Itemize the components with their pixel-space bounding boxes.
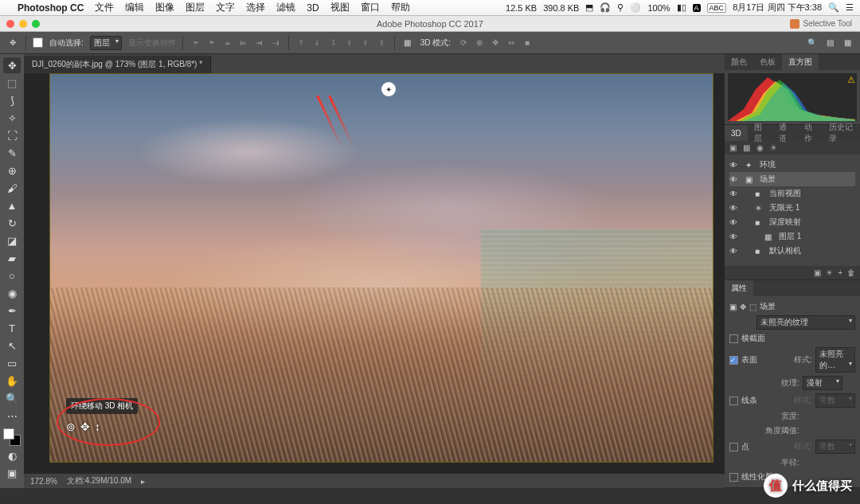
zoom-readout[interactable]: 172.8% — [30, 477, 57, 486]
tree-row-2[interactable]: 👁■当前视图 — [729, 186, 855, 201]
docsize-readout[interactable]: 文档:4.29M/10.0M — [67, 475, 131, 486]
crosssection-checkbox[interactable] — [729, 334, 738, 343]
color-swatch[interactable] — [3, 428, 21, 446]
headphones-icon[interactable]: 🎧 — [600, 2, 611, 13]
menu-3d[interactable]: 3D — [307, 2, 319, 14]
menu-view[interactable]: 视图 — [330, 1, 350, 14]
visibility-icon[interactable]: 👁 — [729, 204, 739, 213]
tree-row-3[interactable]: 👁☀无限光 1 — [729, 201, 855, 215]
blur-tool[interactable]: ○ — [3, 268, 21, 283]
align-right-icon[interactable]: ⫣ — [269, 37, 282, 49]
visibility-icon[interactable]: 👁 — [729, 232, 739, 241]
tab-channels[interactable]: 通道 — [772, 125, 797, 141]
move-tool-icon[interactable]: ✥ — [6, 37, 19, 49]
eraser-tool[interactable]: ◪ — [3, 232, 21, 248]
texture-dropdown[interactable]: 漫射 — [803, 376, 842, 390]
workspace-icon[interactable]: ▤ — [823, 37, 836, 49]
align-left-icon[interactable]: ⫢ — [237, 37, 250, 49]
dist-hcenter-icon[interactable]: ⫳ — [359, 37, 372, 49]
filter-material-icon[interactable]: ◉ — [756, 143, 764, 152]
spotlight-icon[interactable]: 🔍 — [828, 2, 839, 13]
menu-image[interactable]: 图像 — [155, 1, 174, 14]
document-tab[interactable]: DJI_0260的副本.jpg @ 173% (图层 1, RGB/8*) * — [24, 56, 211, 73]
lines-checkbox[interactable] — [729, 397, 738, 405]
menu-select[interactable]: 选择 — [246, 1, 265, 14]
pan-icon[interactable]: ✥ — [489, 37, 502, 49]
menu-layer[interactable]: 图层 — [186, 1, 205, 14]
points-checkbox[interactable] — [729, 443, 738, 451]
align-bottom-icon[interactable]: ⫨ — [221, 37, 234, 49]
maximize-button[interactable] — [32, 20, 40, 28]
tab-properties[interactable]: 属性 — [725, 280, 753, 296]
trash-icon[interactable]: 🗑 — [847, 268, 855, 277]
align-hcenter-icon[interactable]: ⫤ — [253, 37, 266, 49]
dist-bottom-icon[interactable]: ⫱ — [327, 37, 340, 49]
visibility-icon[interactable]: 👁 — [729, 247, 739, 256]
filter-light-icon[interactable]: ☀ — [770, 143, 777, 152]
tree-row-4[interactable]: 👁■深度映射 — [729, 215, 855, 229]
canvas[interactable]: ✦ 环绕移动 3D 相机 ⊚ ✥ ↕ — [49, 73, 713, 463]
eyedropper-tool[interactable]: ✎ — [3, 145, 21, 161]
tree-row-6[interactable]: 👁■默认相机 — [729, 244, 855, 258]
pen-tool[interactable]: ✒ — [3, 303, 21, 318]
dodge-tool[interactable]: ◉ — [3, 285, 21, 301]
brush-tool[interactable]: 🖌 — [3, 180, 21, 196]
auto-align-icon[interactable]: ▦ — [401, 37, 414, 49]
fg-color[interactable] — [3, 428, 14, 440]
wand-tool[interactable]: ✧ — [3, 110, 21, 126]
align-top-icon[interactable]: ⫧ — [190, 37, 202, 49]
search-icon[interactable]: 🔍 — [806, 37, 819, 49]
roll-icon[interactable]: ⊕ — [473, 37, 486, 49]
tab-history[interactable]: 历史记录 — [823, 125, 860, 141]
linearize-checkbox[interactable] — [729, 473, 738, 482]
dist-top-icon[interactable]: ⫯ — [295, 37, 308, 49]
tree-row-1[interactable]: 👁▣场景 — [729, 172, 855, 186]
input-badge[interactable]: A — [693, 4, 701, 12]
menu-file[interactable]: 文件 — [95, 1, 114, 14]
menu-filter[interactable]: 滤镜 — [276, 1, 295, 14]
style-dropdown[interactable]: 未照亮的… — [815, 347, 855, 373]
gradient-tool[interactable]: ▰ — [3, 250, 21, 266]
menu-help[interactable]: 帮助 — [391, 1, 410, 14]
visibility-icon[interactable]: 👁 — [729, 175, 739, 184]
tab-color[interactable]: 颜色 — [725, 54, 753, 70]
heal-tool[interactable]: ⊕ — [3, 162, 21, 178]
status-chevron-icon[interactable]: ▸ — [141, 477, 145, 486]
filter-scene-icon[interactable]: ▣ — [729, 143, 737, 152]
tree-row-5[interactable]: 👁▦图层 1 — [729, 229, 855, 244]
layer-dropdown[interactable]: 图层 — [90, 36, 122, 50]
tab-actions[interactable]: 动作 — [798, 125, 823, 141]
menu-type[interactable]: 文字 — [216, 1, 235, 14]
slide-icon[interactable]: ⇔ — [505, 37, 518, 49]
align-vcenter-icon[interactable]: ⫩ — [205, 37, 218, 49]
dist-right-icon[interactable]: ⫴ — [375, 37, 388, 49]
visibility-icon[interactable]: 👁 — [729, 189, 739, 198]
auto-select-checkbox[interactable] — [33, 37, 43, 48]
close-button[interactable] — [6, 20, 14, 28]
render-icon[interactable]: ▣ — [814, 268, 821, 277]
marquee-tool[interactable]: ⬚ — [3, 75, 21, 91]
material-icon[interactable]: ⬚ — [749, 303, 756, 311]
screenmode-tool[interactable]: ▣ — [3, 465, 21, 481]
crop-tool[interactable]: ⛶ — [3, 127, 21, 143]
filter-mesh-icon[interactable]: ▦ — [743, 143, 750, 152]
clock[interactable]: 8月17日 周四 下午3:38 — [733, 2, 822, 14]
orbit-icon[interactable]: ⟳ — [457, 37, 470, 49]
input-badge-2[interactable]: ABC — [707, 3, 727, 13]
zoom-tool[interactable]: 🔍 — [3, 390, 21, 406]
shape-tool[interactable]: ▭ — [3, 355, 21, 371]
zoom-3d-icon[interactable]: ■ — [521, 37, 534, 49]
menu-window[interactable]: 窗口 — [361, 1, 380, 14]
dist-left-icon[interactable]: ⫲ — [343, 37, 356, 49]
edit-toolbar[interactable]: ⋯ — [3, 408, 21, 424]
dist-vcenter-icon[interactable]: ⫰ — [311, 37, 324, 49]
tab-swatches[interactable]: 色板 — [753, 54, 782, 70]
extension-panel[interactable]: Selective Tool — [790, 19, 852, 29]
tree-row-0[interactable]: 👁✦环境 — [729, 158, 855, 172]
new-light-icon[interactable]: ☀ — [826, 268, 833, 277]
dropbox-icon[interactable]: ⬒ — [585, 2, 593, 13]
wifi-icon[interactable]: ⚲ — [617, 2, 624, 13]
minimize-button[interactable] — [19, 20, 27, 28]
history-brush-tool[interactable]: ↻ — [3, 215, 21, 231]
visibility-icon[interactable]: 👁 — [729, 218, 739, 227]
